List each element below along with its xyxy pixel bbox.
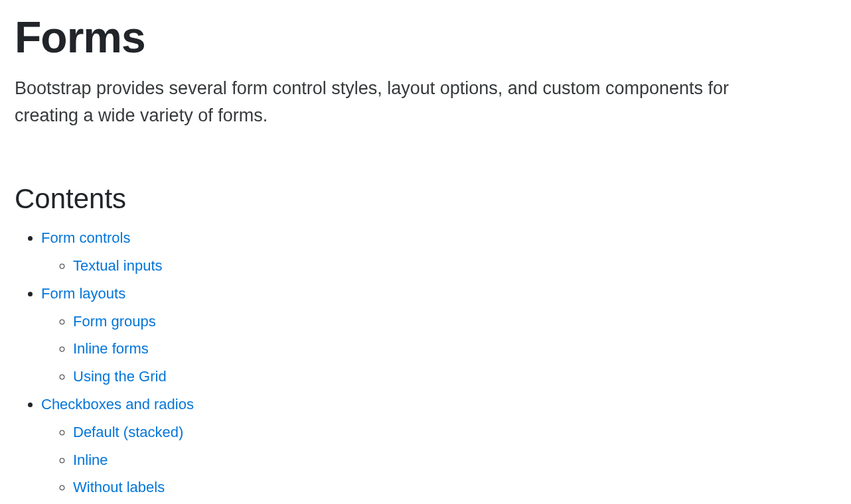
toc-item: Checkboxes and radios Default (stacked) … [41,391,836,501]
toc-link-without-labels[interactable]: Without labels [73,479,165,495]
toc-link-checkboxes-and-radios[interactable]: Checkboxes and radios [41,396,194,412]
page-title: Forms [15,13,836,62]
toc-link-inline-forms[interactable]: Inline forms [73,340,149,357]
toc-subitem: Default (stacked) [73,418,836,446]
toc-subitem: Inline [73,446,836,474]
toc-link-form-controls[interactable]: Form controls [41,229,130,246]
table-of-contents: Form controls Textual inputs Form layout… [15,224,836,501]
toc-subitem: Without labels [73,473,836,501]
toc-subitem: Inline forms [73,335,836,363]
toc-subitem: Using the Grid [73,363,836,391]
toc-link-default-stacked[interactable]: Default (stacked) [73,424,183,440]
lead-paragraph: Bootstrap provides several form control … [15,75,771,131]
toc-link-textual-inputs[interactable]: Textual inputs [73,257,163,274]
toc-subitem: Form groups [73,308,836,336]
toc-link-using-the-grid[interactable]: Using the Grid [73,368,167,385]
toc-item: Form controls Textual inputs [41,224,836,280]
contents-heading: Contents [15,183,836,215]
toc-item: Form layouts Form groups Inline forms Us… [41,280,836,391]
toc-link-inline[interactable]: Inline [73,452,108,468]
toc-link-form-groups[interactable]: Form groups [73,313,156,330]
toc-subitem: Textual inputs [73,252,836,280]
toc-link-form-layouts[interactable]: Form layouts [41,285,125,302]
